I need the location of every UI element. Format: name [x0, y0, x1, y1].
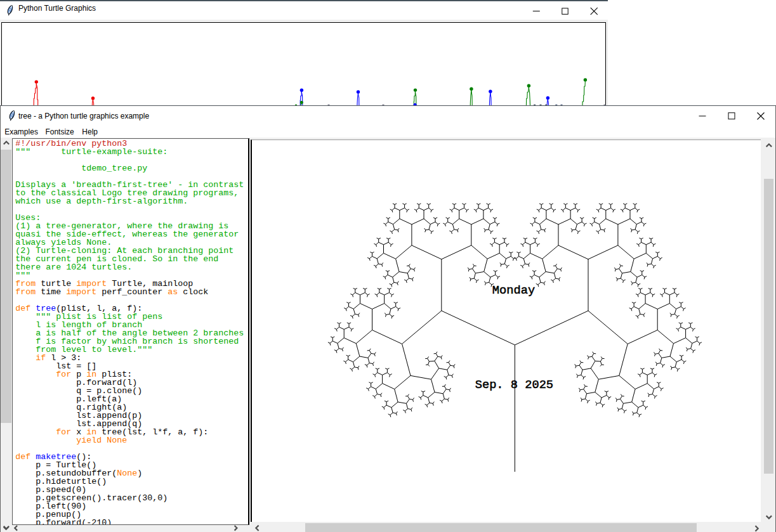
svg-text:Sep. 8 2025: Sep. 8 2025	[475, 378, 553, 392]
svg-text:Monday: Monday	[492, 283, 535, 297]
